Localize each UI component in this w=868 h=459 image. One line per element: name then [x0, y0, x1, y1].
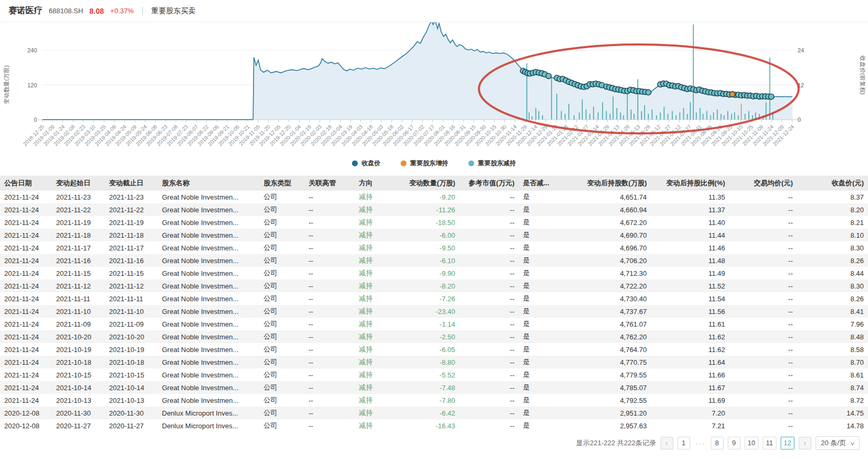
table-row[interactable]: 2021-11-242021-11-232021-11-23Great Nobl… [0, 191, 868, 203]
table-cell: -- [459, 216, 519, 229]
table-cell: -- [459, 394, 519, 407]
table-body: 2021-11-242021-11-232021-11-23Great Nobl… [0, 191, 868, 432]
shareholder-trade-marker[interactable] [768, 94, 774, 99]
table-row[interactable]: 2021-11-242021-11-162021-11-16Great Nobl… [0, 254, 868, 267]
table-cell: Great Noble Investmen... [158, 280, 259, 292]
header-row: 公告日期变动起始日变动截止日股东名称股东类型关联高管方向变动数量(万股)参考市值… [0, 176, 868, 191]
table-cell: -- [729, 318, 797, 330]
table-cell: 减持 [355, 254, 401, 267]
table-row[interactable]: 2020-12-082020-11-272020-11-27Denlux Mic… [0, 419, 868, 432]
table-cell: 4,785.07 [565, 381, 651, 394]
table-cell: 是 [519, 330, 565, 343]
table-cell: 公司 [259, 292, 304, 305]
table-cell: -11.26 [401, 203, 459, 216]
table-cell: 11.35 [651, 191, 729, 203]
table-cell: -6.05 [401, 343, 459, 356]
table-cell: 2021-11-17 [52, 241, 105, 254]
table-cell: 8.61 [797, 368, 868, 381]
table-cell: -- [304, 203, 355, 216]
page-size-select[interactable]: 20 条/页 ∨ [816, 436, 860, 450]
column-header: 变动截止日 [105, 176, 158, 191]
table-cell: 减持 [355, 267, 401, 280]
legend-item-重要股东减持[interactable]: 重要股东减持 [468, 159, 516, 168]
table-cell: -- [459, 241, 519, 254]
table-cell: -- [304, 381, 355, 394]
page-button-1[interactable]: 1 [677, 437, 690, 449]
table-cell: 4,706.20 [565, 254, 651, 267]
legend-item-收盘价[interactable]: 收盘价 [352, 159, 381, 168]
table-row[interactable]: 2021-11-242021-11-092021-11-09Great Nobl… [0, 318, 868, 330]
table-row[interactable]: 2020-12-082020-11-302020-11-30Denlux Mic… [0, 407, 868, 419]
column-header: 是否减... [519, 176, 565, 191]
table-cell: 公司 [259, 356, 304, 368]
table-cell: -- [304, 330, 355, 343]
page-ellipsis[interactable]: ··· [694, 439, 707, 447]
prev-page-button[interactable]: ‹ [661, 437, 673, 449]
table-cell: 11.62 [651, 330, 729, 343]
table-cell: 14.75 [797, 407, 868, 419]
page-button-8[interactable]: 8 [711, 437, 724, 449]
table-cell: -- [459, 305, 519, 318]
page-button-12[interactable]: 12 [781, 437, 794, 449]
column-header: 变动后持股比例(%) [651, 176, 729, 191]
table-cell: 是 [519, 203, 565, 216]
table-row[interactable]: 2021-11-242021-11-112021-11-11Great Nobl… [0, 292, 868, 305]
table-row[interactable]: 2021-11-242021-10-192021-10-19Great Nobl… [0, 343, 868, 356]
shareholder-trade-marker[interactable] [729, 92, 735, 97]
table-row[interactable]: 2021-11-242021-11-172021-11-17Great Nobl… [0, 241, 868, 254]
table-cell: 2021-10-18 [52, 356, 105, 368]
column-header: 关联高管 [304, 176, 355, 191]
table-cell: 是 [519, 254, 565, 267]
right-axis-tick: 0 [798, 116, 801, 123]
table-cell: -- [729, 394, 797, 407]
price-volume-chart[interactable]: 012024001224变动数量(万股)收盘价(前复权)2018-12-2520… [0, 22, 868, 156]
table-cell: 8.20 [797, 203, 868, 216]
shareholder-trade-marker[interactable] [546, 73, 551, 78]
page-button-11[interactable]: 11 [763, 437, 776, 449]
table-cell: 11.56 [651, 305, 729, 318]
table-cell: 8.74 [797, 381, 868, 394]
tab-important-shareholder-trades[interactable]: 重要股东买卖 [151, 6, 196, 16]
table-row[interactable]: 2021-11-242021-11-122021-11-12Great Nobl… [0, 280, 868, 292]
table-row[interactable]: 2021-11-242021-11-222021-11-22Great Nobl… [0, 203, 868, 216]
table-cell: -- [304, 394, 355, 407]
page-button-10[interactable]: 10 [745, 437, 758, 449]
table-cell: 4,762.20 [565, 330, 651, 343]
table-row[interactable]: 2021-11-242021-10-142021-10-14Great Nobl… [0, 381, 868, 394]
table-row[interactable]: 2021-11-242021-10-152021-10-15Great Nobl… [0, 368, 868, 381]
table-cell: 4,722.20 [565, 280, 651, 292]
table-cell: 减持 [355, 419, 401, 432]
table-cell: 8.30 [797, 241, 868, 254]
table-cell: 4,660.94 [565, 203, 651, 216]
table-cell: Great Noble Investmen... [158, 254, 259, 267]
table-cell: -- [459, 343, 519, 356]
next-page-button[interactable]: › [799, 437, 811, 449]
table-cell: 2021-11-24 [0, 305, 52, 318]
table-cell: -2.50 [401, 330, 459, 343]
table-cell: 减持 [355, 330, 401, 343]
shareholder-trade-marker[interactable] [646, 89, 651, 95]
table-row[interactable]: 2021-11-242021-11-152021-11-15Great Nobl… [0, 267, 868, 280]
table-cell: -- [459, 330, 519, 343]
table-row[interactable]: 2021-11-242021-11-102021-11-10Great Nobl… [0, 305, 868, 318]
column-header: 变动数量(万股) [401, 176, 459, 191]
table-cell: 减持 [355, 407, 401, 419]
table-cell: -18.50 [401, 216, 459, 229]
table-cell: 2020-12-08 [0, 419, 52, 432]
table-cell: 14.78 [797, 419, 868, 432]
table-row[interactable]: 2021-11-242021-11-182021-11-18Great Nobl… [0, 229, 868, 241]
table-row[interactable]: 2021-11-242021-10-202021-10-20Great Nobl… [0, 330, 868, 343]
table-cell: 8.58 [797, 343, 868, 356]
table-row[interactable]: 2021-11-242021-10-182021-10-18Great Nobl… [0, 356, 868, 368]
page-button-9[interactable]: 9 [728, 437, 740, 449]
table-cell: -- [304, 216, 355, 229]
table-cell: 减持 [355, 394, 401, 407]
table-cell: -- [459, 419, 519, 432]
table-row[interactable]: 2021-11-242021-11-192021-11-19Great Nobl… [0, 216, 868, 229]
legend-item-重要股东增持[interactable]: 重要股东增持 [401, 159, 448, 168]
table-cell: 7.21 [651, 419, 729, 432]
table-cell: 是 [519, 241, 565, 254]
table-row[interactable]: 2021-11-242021-10-132021-10-13Great Nobl… [0, 394, 868, 407]
table-cell: 2021-11-09 [52, 318, 105, 330]
table-cell: 公司 [259, 267, 304, 280]
